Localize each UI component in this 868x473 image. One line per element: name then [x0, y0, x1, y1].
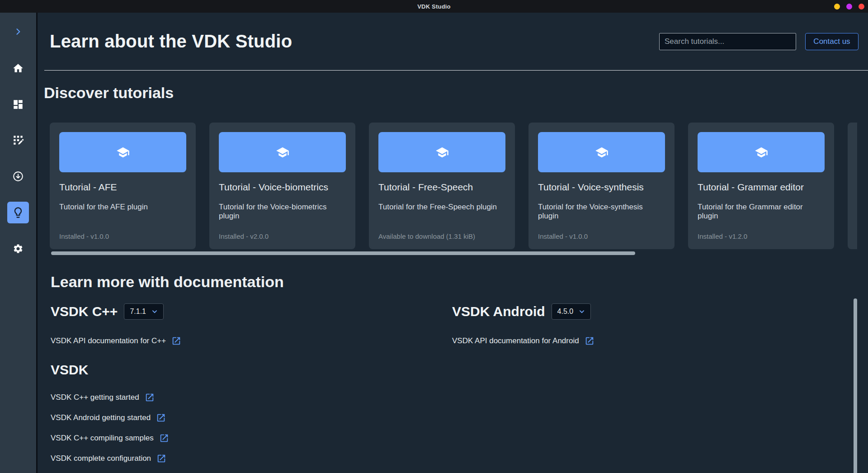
home-icon	[12, 62, 24, 74]
tutorial-cards-viewport: Tutorial - AFE Tutorial for the AFE plug…	[50, 123, 857, 249]
card-status: Available to download (1.31 kiB)	[378, 232, 475, 240]
tutorial-card-voice-biometrics[interactable]: Tutorial - Voice-biometrics Tutorial for…	[209, 123, 355, 249]
vsdk-links-list: VSDK C++ getting started VSDK Android ge…	[51, 392, 868, 464]
header-actions: Contact us	[659, 33, 859, 50]
link-android-getting-started[interactable]: VSDK Android getting started	[51, 412, 868, 423]
documentation-columns: VSDK C++ 7.1.1 VSDK API documentation fo…	[51, 302, 868, 356]
sidebar-expand-button[interactable]	[7, 21, 29, 43]
download-icon	[12, 170, 24, 182]
lightbulb-icon	[12, 206, 24, 219]
card-status: Installed - v1.0.0	[538, 232, 588, 240]
tutorial-card-voice-synthesis[interactable]: Tutorial - Voice-synthesis Tutorial for …	[528, 123, 675, 249]
link-cpp-getting-started[interactable]: VSDK C++ getting started	[51, 392, 868, 403]
sidebar-item-dashboard[interactable]	[7, 94, 29, 115]
external-link-icon	[145, 393, 155, 402]
link-label: VSDK complete configuration	[51, 454, 151, 463]
sidebar-item-settings[interactable]	[7, 238, 29, 260]
window-controls	[834, 0, 864, 13]
link-label: VSDK API documentation for Android	[452, 336, 579, 345]
vsdk-cpp-title-row: VSDK C++ 7.1.1	[51, 302, 181, 322]
chevron-right-icon	[14, 27, 23, 36]
settings-gear-icon	[13, 243, 24, 254]
vsdk-cpp-version-select[interactable]: 7.1.1	[124, 303, 164, 320]
link-label: VSDK C++ compiling samples	[51, 434, 154, 443]
titlebar: VDK Studio	[0, 0, 868, 13]
card-title: Tutorial - Voice-synthesis	[538, 182, 665, 193]
card-banner	[219, 132, 346, 172]
close-button[interactable]	[859, 4, 864, 9]
minimize-button[interactable]	[834, 4, 840, 9]
link-cpp-compiling-samples[interactable]: VSDK C++ compiling samples	[51, 433, 868, 444]
page-header: Learn about the VDK Studio Contact us	[44, 13, 868, 71]
search-input[interactable]	[659, 33, 796, 50]
discover-tutorials-heading: Discover tutorials	[44, 84, 868, 102]
sidebar	[0, 13, 36, 473]
horizontal-scrollbar-track	[51, 251, 859, 255]
main-content: Learn about the VDK Studio Contact us Di…	[38, 13, 868, 473]
card-status: Installed - v1.0.0	[59, 232, 109, 240]
external-link-icon	[585, 336, 594, 346]
maximize-button[interactable]	[846, 4, 852, 9]
tutorial-card-partial[interactable]	[848, 123, 857, 249]
card-status: Installed - v2.0.0	[219, 232, 269, 240]
vdk-studio-window: VDK Studio	[0, 0, 868, 473]
card-title: Tutorial - Grammar editor	[698, 182, 825, 193]
sidebar-item-home[interactable]	[7, 57, 29, 79]
vertical-scrollbar-thumb[interactable]	[854, 298, 857, 473]
sidebar-item-learn[interactable]	[7, 202, 29, 223]
external-link-icon	[156, 454, 166, 464]
vsdk-section-heading: VSDK	[51, 362, 868, 378]
link-cpp-api-documentation[interactable]: VSDK API documentation for C++	[51, 336, 181, 346]
sidebar-item-downloads[interactable]	[7, 166, 29, 187]
card-banner	[698, 132, 825, 172]
contact-us-button[interactable]: Contact us	[805, 33, 859, 50]
card-title: Tutorial - AFE	[59, 182, 186, 193]
page-title: Learn about the VDK Studio	[50, 31, 292, 52]
dashboard-icon	[12, 99, 24, 110]
link-complete-configuration[interactable]: VSDK complete configuration	[51, 453, 868, 464]
graduation-cap-icon	[435, 146, 449, 159]
vsdk-android-version-select[interactable]: 4.5.0	[552, 303, 591, 320]
version-value: 4.5.0	[557, 307, 574, 316]
vsdk-android-heading: VSDK Android	[452, 304, 545, 319]
tutorial-cards-row: Tutorial - AFE Tutorial for the AFE plug…	[50, 123, 857, 249]
chevron-down-icon	[578, 307, 586, 316]
link-label: VSDK Android getting started	[51, 413, 151, 422]
card-status: Installed - v1.2.0	[698, 232, 747, 240]
card-description: Tutorial for the Free-Speech plugin	[378, 203, 505, 212]
chevron-down-icon	[151, 307, 159, 316]
vsdk-android-column: VSDK Android 4.5.0 VSDK API documentatio…	[452, 302, 594, 346]
card-banner	[59, 132, 186, 172]
window-title: VDK Studio	[417, 3, 451, 10]
graduation-cap-icon	[755, 146, 768, 159]
graduation-cap-icon	[595, 146, 609, 159]
graduation-cap-icon	[276, 146, 289, 159]
learn-more-heading: Learn more with documentation	[51, 273, 868, 291]
sidebar-item-projects[interactable]	[7, 129, 29, 151]
card-description: Tutorial for the Voice-biometrics plugin	[219, 203, 346, 221]
card-banner	[378, 132, 505, 172]
external-link-icon	[171, 336, 181, 346]
card-description: Tutorial for the Grammar editor plugin	[698, 203, 825, 221]
version-value: 7.1.1	[130, 307, 146, 316]
tutorial-card-afe[interactable]: Tutorial - AFE Tutorial for the AFE plug…	[50, 123, 196, 249]
tutorial-card-grammar-editor[interactable]: Tutorial - Grammar editor Tutorial for t…	[688, 123, 834, 249]
link-android-api-documentation[interactable]: VSDK API documentation for Android	[452, 336, 594, 346]
projects-edit-icon	[12, 134, 24, 146]
vsdk-cpp-column: VSDK C++ 7.1.1 VSDK API documentation fo…	[51, 302, 181, 346]
app-shell: Learn about the VDK Studio Contact us Di…	[0, 13, 868, 473]
card-description: Tutorial for the AFE plugin	[59, 203, 186, 212]
card-description: Tutorial for the Voice-synthesis plugin	[538, 203, 665, 221]
link-label: VSDK C++ getting started	[51, 393, 139, 402]
link-label: VSDK API documentation for C++	[51, 336, 166, 345]
vsdk-cpp-heading: VSDK C++	[51, 304, 118, 319]
vsdk-android-title-row: VSDK Android 4.5.0	[452, 302, 594, 322]
card-title: Tutorial - Voice-biometrics	[219, 182, 346, 193]
external-link-icon	[156, 413, 166, 423]
card-banner	[538, 132, 665, 172]
tutorial-card-free-speech[interactable]: Tutorial - Free-Speech Tutorial for the …	[369, 123, 515, 249]
external-link-icon	[159, 433, 169, 443]
card-title: Tutorial - Free-Speech	[378, 182, 505, 193]
horizontal-scrollbar-thumb[interactable]	[51, 251, 635, 255]
graduation-cap-icon	[116, 146, 130, 159]
